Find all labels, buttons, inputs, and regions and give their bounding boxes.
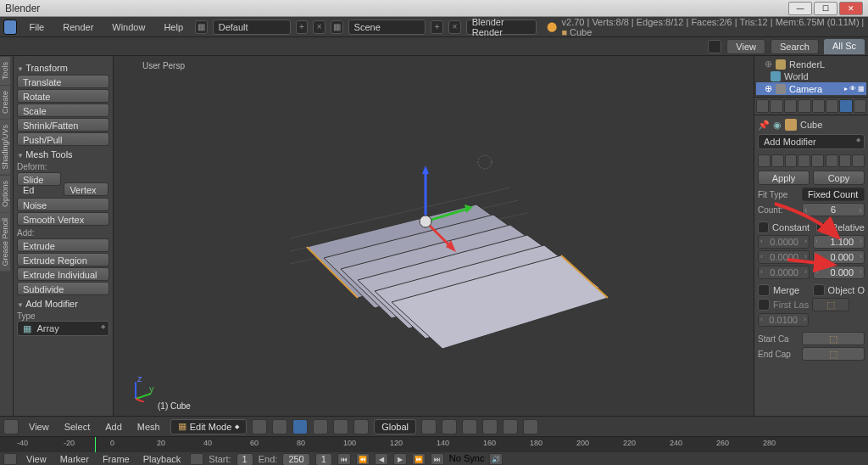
- outliner-view-menu[interactable]: View: [726, 39, 765, 54]
- maximize-button[interactable]: ☐: [814, 2, 837, 15]
- constant-y-input[interactable]: 0.0000: [758, 250, 810, 264]
- relative-y-input[interactable]: 0.000: [813, 250, 865, 264]
- proportional-icon[interactable]: [482, 419, 498, 434]
- outliner-filter-tab[interactable]: All Sc: [824, 39, 865, 54]
- outliner-type-icon[interactable]: [708, 40, 721, 53]
- render-engine-dropdown[interactable]: Blender Render: [466, 20, 537, 35]
- layout-del-button[interactable]: ×: [313, 20, 326, 34]
- extrude-region-button[interactable]: Extrude Region: [17, 253, 109, 266]
- end-cap-picker[interactable]: ⬚: [802, 347, 865, 361]
- constant-offset-checkbox[interactable]: [758, 221, 769, 233]
- tl-menu-frame[interactable]: Frame: [98, 454, 134, 464]
- render-border-icon[interactable]: [503, 419, 518, 434]
- pin-icon[interactable]: 📌: [758, 120, 770, 131]
- select-face-icon[interactable]: [333, 419, 348, 434]
- prop-tab-constraints[interactable]: [826, 99, 838, 113]
- operator-panel-header[interactable]: Add Modifier: [17, 299, 109, 309]
- object-offset-checkbox[interactable]: [813, 284, 825, 296]
- end-frame-input[interactable]: 250: [282, 453, 309, 466]
- start-cap-picker[interactable]: ⬚: [802, 332, 865, 345]
- close-button[interactable]: ✕: [839, 2, 863, 15]
- current-frame-input[interactable]: 1: [315, 453, 332, 466]
- mod-cage-icon[interactable]: [811, 154, 824, 167]
- tab-tools[interactable]: Tools: [0, 57, 10, 85]
- tl-menu-view[interactable]: View: [22, 454, 51, 464]
- subdivide-button[interactable]: Subdivide: [17, 282, 109, 295]
- outliner-row-world[interactable]: World: [756, 70, 866, 82]
- autokey-icon[interactable]: [190, 453, 203, 465]
- rotate-button[interactable]: Rotate: [17, 89, 109, 103]
- tl-menu-playback[interactable]: Playback: [139, 454, 186, 464]
- audio-scrub-icon[interactable]: 🔊: [489, 453, 503, 465]
- menu-render[interactable]: Render: [56, 20, 100, 34]
- scale-button[interactable]: Scale: [17, 104, 109, 117]
- vp-menu-select[interactable]: Select: [59, 420, 96, 434]
- prop-tab-object[interactable]: [812, 99, 825, 113]
- modifier-type-dropdown[interactable]: ▦ Array: [17, 321, 109, 336]
- prev-key-icon[interactable]: ⏪: [356, 453, 370, 465]
- opengl-render-icon[interactable]: [523, 419, 538, 434]
- mod-render-icon[interactable]: [771, 154, 784, 167]
- mod-delete-icon[interactable]: [852, 154, 865, 167]
- copy-button[interactable]: Copy: [813, 171, 865, 185]
- start-frame-input[interactable]: 1: [236, 453, 253, 466]
- prop-tab-scene[interactable]: [784, 99, 797, 113]
- layout-dropdown[interactable]: Default: [213, 20, 291, 35]
- mod-expand-icon[interactable]: [758, 154, 771, 167]
- vp-menu-mesh[interactable]: Mesh: [132, 420, 165, 434]
- outliner-search-menu[interactable]: Search: [771, 39, 819, 54]
- merge-checkbox[interactable]: [758, 284, 770, 296]
- orientation-dropdown[interactable]: Global: [374, 419, 416, 434]
- fit-type-dropdown[interactable]: Fixed Count: [802, 188, 865, 201]
- smooth-vertex-button[interactable]: Smooth Vertex: [17, 212, 109, 226]
- outliner-row-renderlayers[interactable]: ⊕RenderL: [756, 58, 866, 70]
- menu-window[interactable]: Window: [105, 20, 152, 34]
- limit-selection-icon[interactable]: [353, 419, 369, 434]
- outliner-row-camera[interactable]: ⊕Camera▸ 👁 ▦: [756, 82, 866, 95]
- constant-x-input[interactable]: 0.0000: [758, 235, 810, 249]
- layout-add-button[interactable]: +: [296, 20, 309, 34]
- merge-distance-input[interactable]: 0.0100: [758, 313, 809, 327]
- vp-menu-view[interactable]: View: [24, 420, 54, 434]
- slide-vertex-button[interactable]: Vertex: [64, 182, 108, 196]
- noise-button[interactable]: Noise: [17, 198, 109, 211]
- viewport-3d[interactable]: User Persp: [114, 56, 754, 416]
- timeline-ruler[interactable]: -40-200204060801001201401601802002202402…: [0, 437, 868, 452]
- next-key-icon[interactable]: ⏩: [412, 453, 426, 465]
- snap-icon[interactable]: [462, 419, 477, 434]
- scene-del-button[interactable]: ×: [448, 20, 461, 34]
- pivot-icon[interactable]: [272, 419, 287, 434]
- object-offset-picker[interactable]: ⬚: [812, 298, 849, 311]
- first-last-checkbox[interactable]: [758, 299, 770, 311]
- slide-edge-button[interactable]: Slide Ed: [17, 172, 61, 186]
- prop-tab-layers[interactable]: [770, 99, 782, 113]
- prop-tab-data[interactable]: [854, 99, 866, 113]
- jump-end-icon[interactable]: ⏭: [431, 453, 444, 465]
- tab-options[interactable]: Options: [0, 176, 10, 212]
- timeline-editor-icon[interactable]: [3, 453, 17, 465]
- menu-help[interactable]: Help: [157, 20, 190, 34]
- screen-browse-icon[interactable]: ▦: [195, 20, 208, 34]
- relative-offset-checkbox[interactable]: [816, 221, 827, 233]
- push-pull-button[interactable]: Push/Pull: [17, 132, 109, 146]
- mod-editmode-icon[interactable]: [798, 154, 810, 167]
- editor-type-icon[interactable]: [3, 419, 19, 434]
- select-edge-icon[interactable]: [313, 419, 328, 434]
- shrink-fatten-button[interactable]: Shrink/Fatten: [17, 118, 109, 132]
- constant-z-input[interactable]: 0.0000: [758, 266, 810, 279]
- jump-start-icon[interactable]: ⏮: [337, 453, 351, 465]
- add-modifier-dropdown[interactable]: Add Modifier: [758, 134, 865, 149]
- menu-file[interactable]: File: [22, 20, 51, 34]
- mod-movedown-icon[interactable]: [839, 154, 852, 167]
- relative-z-input[interactable]: 0.000: [813, 266, 865, 279]
- extrude-individual-button[interactable]: Extrude Individual: [17, 267, 109, 281]
- prop-tab-modifiers[interactable]: [839, 99, 852, 113]
- transform-panel-header[interactable]: Transform: [17, 63, 109, 73]
- prop-tab-world[interactable]: [798, 99, 810, 113]
- tl-menu-marker[interactable]: Marker: [56, 454, 93, 464]
- shading-mode-icon[interactable]: [252, 419, 267, 434]
- blender-logo-icon[interactable]: [3, 20, 17, 35]
- sync-dropdown[interactable]: No Sync: [449, 453, 485, 466]
- count-input[interactable]: 6: [802, 203, 865, 216]
- tab-shading-uvs[interactable]: Shading/UVs: [0, 120, 10, 175]
